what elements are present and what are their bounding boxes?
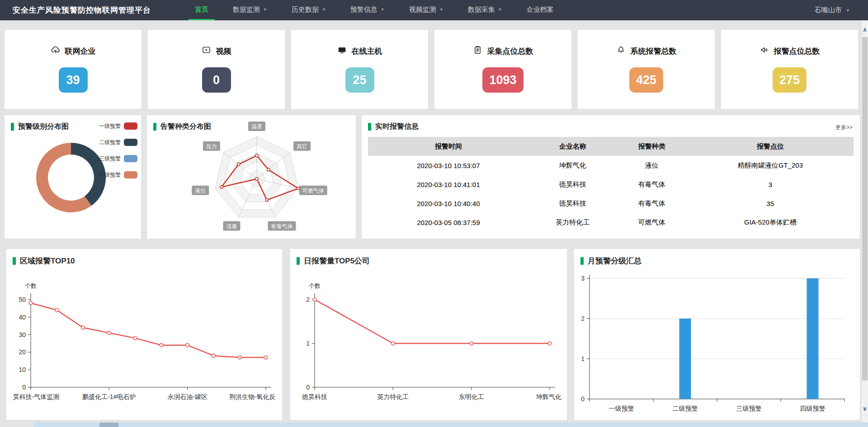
table-row[interactable]: 2020-03-10 10:40:40德昊科技有毒气体35 [368,194,854,213]
app-title: 安全生产风险预警防控物联网管理平台 [13,5,151,15]
radar-axis-label: 液位 [194,188,206,194]
legend-label: 三级预警 [99,155,121,163]
stat-card-4: 采集点位总数1093 [434,30,571,109]
nav-item-3[interactable]: 历史数据▼ [285,0,332,20]
data-point[interactable] [212,354,216,357]
data-point[interactable] [160,343,163,347]
daily-top5-chart: 个数012德昊科技英力特化工东明化工坤辉气化 [294,269,562,418]
nav-item-1[interactable]: 首页 [189,0,215,20]
region-selector[interactable]: 石嘴山市 ▼ [815,6,850,14]
legend-item[interactable]: 一级预警 [99,121,137,131]
data-point[interactable] [29,301,33,305]
nav-item-4[interactable]: 预警信息▼ [344,0,391,20]
month-warn-bar-chart: 0123一级预警二级预警三级预警四级预警 [578,269,856,420]
stat-card-1: 联网企业39 [5,30,142,109]
stat-label: 采集点位总数 [487,46,533,56]
chevron-down-icon[interactable]: ∨ [862,405,868,412]
table-cell: 可燃气体 [617,213,687,232]
stat-label: 报警点位总数 [774,46,820,56]
x-axis-label: 坤辉气化 [536,393,561,400]
data-point[interactable] [133,337,137,340]
card-title-text: 月预警分级汇总 [588,256,642,266]
nav-item-7[interactable]: 企业档案 [520,0,560,20]
table-cell: 2020-03-05 08:37:59 [368,213,529,232]
host-icon [337,45,347,57]
stat-label: 视频 [216,46,231,56]
legend-swatch [124,155,137,162]
title-marker [368,123,371,131]
radar-data-point[interactable] [237,163,240,166]
table-row[interactable]: 2020-03-05 08:37:59英力特化工可燃气体GIA-520单体贮槽 [368,213,854,232]
chevron-up-icon[interactable]: ∧ [862,26,868,33]
horizontal-scrollbar[interactable] [34,422,868,427]
column-header: 报警点位 [687,137,854,156]
data-point[interactable] [186,343,189,347]
data-point[interactable] [548,342,552,345]
scrollbar-thumb[interactable] [862,37,868,380]
radar-data-point[interactable] [255,178,258,180]
radar-data-point[interactable] [255,154,258,157]
vertical-scrollbar[interactable]: ∧ ∨ [862,20,868,422]
table-cell: 坤辉气化 [529,156,617,175]
radar-axis-label: 温度 [251,123,262,130]
title-marker [297,257,300,265]
y-axis-name: 个数 [25,282,37,289]
bar[interactable] [679,319,691,399]
card-title: 告警种类分布图 [153,122,211,131]
column-header: 报警种类 [617,137,687,156]
x-axis-label: 一级预警 [609,405,634,412]
table-cell: GIA-520单体贮槽 [687,213,854,232]
x-axis-label: 鹏盛化工-1#电石炉 [82,393,136,400]
title-marker [153,123,156,131]
nav-item-label: 历史数据 [292,5,319,14]
legend-swatch [124,139,137,146]
region-top10-chart: 个数01020304050昊科技-气体监测鹏盛化工-1#电石炉永润石油-罐区荆洪… [10,269,278,418]
x-axis-label: 德昊科技 [302,393,327,400]
dashboard-app: 安全生产风险预警防控物联网管理平台 首页数据监测▼历史数据▼预警信息▼视频监测▼… [0,0,868,427]
video-icon [202,45,211,57]
radar-data-point[interactable] [265,198,268,201]
stat-value-badge: 0 [202,67,231,93]
alarm-table-body: 2020-03-10 10:53:07坤辉气化液位精醇南罐液位GT_203202… [368,156,854,232]
stat-label: 系统报警总数 [631,46,677,56]
nav-item-2[interactable]: 数据监测▼ [226,0,274,20]
y-axis-name: 个数 [309,282,321,289]
nav-item-5[interactable]: 视频监测▼ [403,0,450,20]
scrollbar-thumb[interactable] [99,422,118,427]
radar-data-point[interactable] [267,168,270,171]
radar-data-point[interactable] [297,187,299,190]
data-point[interactable] [392,342,395,345]
line-series [31,303,266,357]
legend-item[interactable]: 三级预警 [99,153,137,164]
nav-item-6[interactable]: 数据采集▼ [462,0,509,20]
bar[interactable] [807,278,819,399]
table-cell: 英力特化工 [529,213,617,232]
data-point[interactable] [264,356,268,359]
stat-value-badge: 25 [345,67,374,93]
card-title: 区域报警TOP10 [13,256,75,266]
data-point[interactable] [470,342,473,345]
alarm-table-head: 报警时间企业名称报警种类报警点位 [368,137,854,156]
cloud-upload-icon [51,45,60,57]
tick-label: 50 [19,296,26,303]
table-cell: 2020-03-10 10:40:40 [368,194,529,213]
legend-label: 一级预警 [99,122,121,130]
realtime-alarm-card: 实时报警信息 更多>> 报警时间企业名称报警种类报警点位 2020-03-10 … [362,115,860,239]
table-cell: 有毒气体 [617,194,687,213]
tick-label: 1 [581,355,585,362]
data-point[interactable] [55,308,59,312]
data-point[interactable] [313,298,316,301]
alarm-table: 报警时间企业名称报警种类报警点位 2020-03-10 10:53:07坤辉气化… [368,137,854,232]
data-point[interactable] [238,356,241,359]
stat-label: 在线主机 [352,46,382,56]
chevron-down-icon: ▼ [263,7,267,12]
legend-item[interactable]: 二级预警 [99,137,137,148]
line-series [315,300,550,343]
table-row[interactable]: 2020-03-10 10:41:01德昊科技有毒气体3 [368,175,854,194]
legend-item[interactable]: 四级预警 [99,169,137,180]
data-point[interactable] [81,326,85,329]
radar-data-point[interactable] [220,186,223,188]
table-row[interactable]: 2020-03-10 10:53:07坤辉气化液位精醇南罐液位GT_203 [368,156,854,175]
more-link[interactable]: 更多>> [835,124,853,131]
data-point[interactable] [108,331,111,335]
